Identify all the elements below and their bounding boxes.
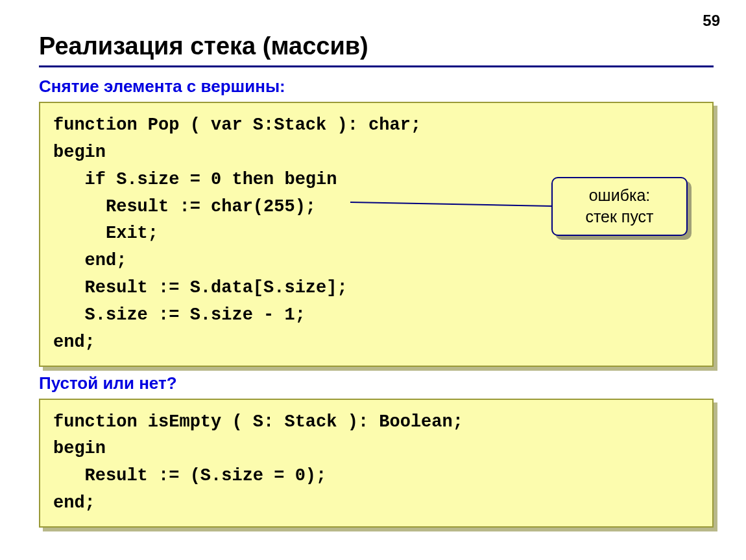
slide-title: Реализация стека (массив) <box>39 32 714 60</box>
svg-line-0 <box>350 202 584 207</box>
subhead-pop: Снятие элемента с вершины: <box>39 76 714 97</box>
callout-error-wrap: ошибка: стек пуст <box>551 177 688 236</box>
code-block-isempty-wrap: function isEmpty ( S: Stack ): Boolean; … <box>39 399 714 528</box>
code-block-isempty: function isEmpty ( S: Stack ): Boolean; … <box>39 399 714 528</box>
page-number: 59 <box>703 12 720 30</box>
slide: 59 Реализация стека (массив) Снятие элем… <box>0 0 746 560</box>
subhead-isempty: Пустой или нет? <box>39 373 714 393</box>
callout-line1: ошибка: <box>563 185 676 206</box>
code-block-pop-wrap: function Pop ( var S:Stack ): char; begi… <box>39 102 714 367</box>
callout-line2: стек пуст <box>563 206 676 228</box>
callout-leader-line <box>350 192 584 212</box>
title-rule <box>39 65 714 67</box>
callout-error: ошибка: стек пуст <box>551 177 688 236</box>
